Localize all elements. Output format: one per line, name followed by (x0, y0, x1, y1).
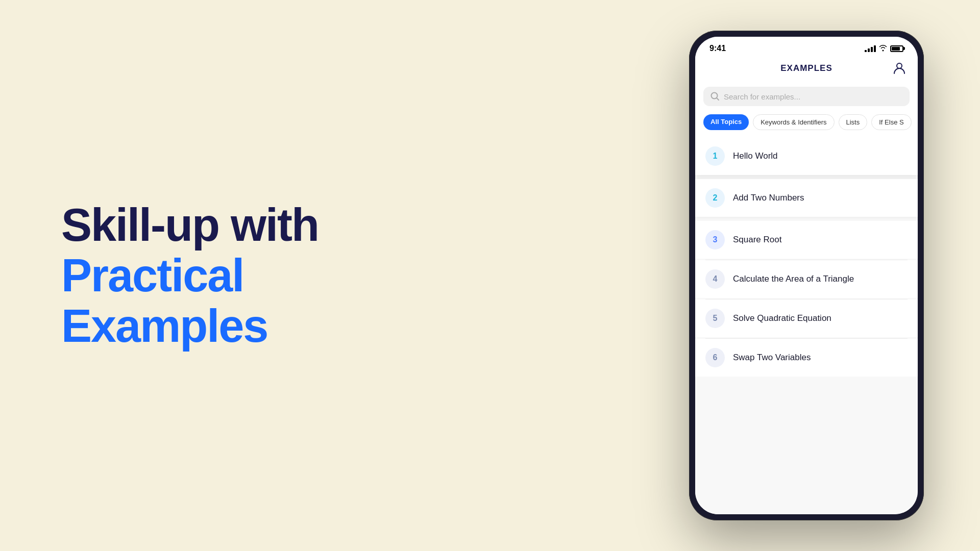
profile-icon[interactable] (891, 60, 908, 77)
list-item-3[interactable]: 4Calculate the Area of a Triangle (695, 260, 918, 298)
wifi-icon (879, 44, 887, 53)
tagline-line2: Practical (61, 251, 623, 301)
tagline-line3: Examples (61, 301, 623, 352)
examples-list: 1Hello World2Add Two Numbers3Square Root… (695, 137, 918, 514)
battery-fill (892, 47, 900, 51)
list-item-0[interactable]: 1Hello World (695, 137, 918, 175)
list-item-2[interactable]: 3Square Root (695, 221, 918, 259)
filter-tab-0[interactable]: All Topics (703, 114, 749, 130)
svg-point-0 (897, 63, 902, 68)
filter-tab-3[interactable]: If Else S (871, 114, 911, 130)
signal-bar-1 (865, 50, 867, 52)
battery-icon (890, 45, 903, 52)
filter-tabs: All TopicsKeywords & IdentifiersListsIf … (695, 114, 918, 137)
item-number-badge-3: 4 (705, 269, 725, 289)
item-number-badge-0: 1 (705, 146, 725, 166)
search-icon (710, 92, 720, 101)
item-title-4: Solve Quadratic Equation (733, 313, 831, 323)
right-section: 9:41 (664, 31, 980, 520)
app-title: EXAMPLES (780, 63, 832, 73)
list-item-4[interactable]: 5Solve Quadratic Equation (695, 299, 918, 337)
app-header: EXAMPLES (695, 57, 918, 82)
list-item-5[interactable]: 6Swap Two Variables (695, 339, 918, 377)
item-number-badge-5: 6 (705, 348, 725, 367)
search-container: Search for examples... (695, 82, 918, 114)
filter-tab-1[interactable]: Keywords & Identifiers (753, 114, 834, 130)
signal-bar-4 (874, 45, 876, 52)
item-title-1: Add Two Numbers (733, 193, 804, 203)
item-number-badge-4: 5 (705, 309, 725, 328)
status-icons (865, 44, 903, 53)
item-title-0: Hello World (733, 151, 778, 161)
filter-tab-2[interactable]: Lists (839, 114, 868, 130)
item-number-badge-2: 3 (705, 230, 725, 249)
search-placeholder: Search for examples... (724, 92, 800, 101)
list-item-1[interactable]: 2Add Two Numbers (695, 179, 918, 217)
phone-screen: 9:41 (695, 37, 918, 514)
phone-frame: 9:41 (689, 31, 924, 520)
status-bar: 9:41 (695, 37, 918, 57)
tagline-line1: Skill-up with (61, 200, 623, 251)
item-number-badge-1: 2 (705, 188, 725, 208)
signal-bar-2 (868, 48, 870, 52)
signal-bar-3 (871, 47, 873, 52)
item-title-3: Calculate the Area of a Triangle (733, 274, 854, 284)
item-title-5: Swap Two Variables (733, 353, 811, 363)
left-section: Skill-up with Practical Examples (0, 159, 664, 392)
search-bar[interactable]: Search for examples... (703, 87, 910, 106)
status-time: 9:41 (709, 44, 726, 53)
signal-bars-icon (865, 45, 876, 52)
item-title-2: Square Root (733, 235, 781, 245)
